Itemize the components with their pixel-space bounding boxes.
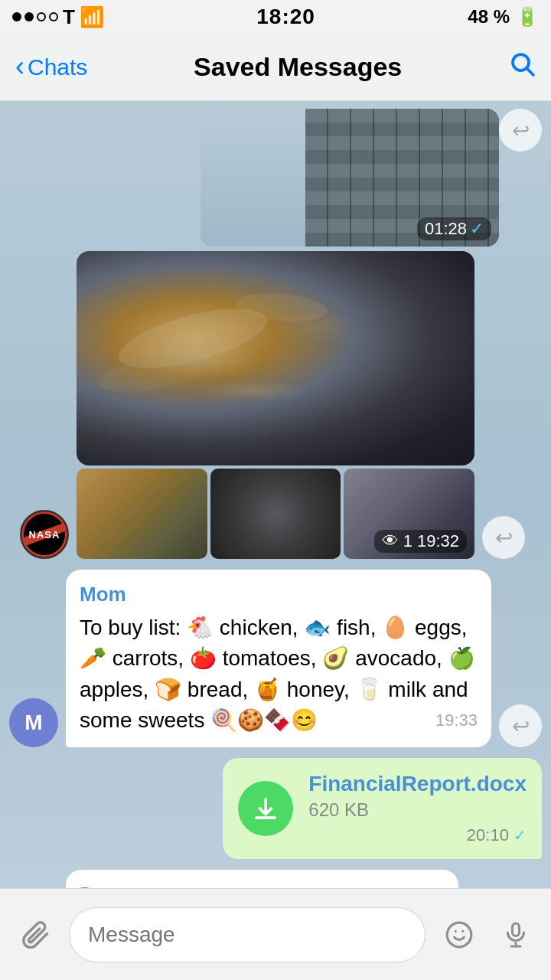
- image-meta-badge: 👁 1 19:32: [374, 530, 467, 553]
- jupiter-thumb-3[interactable]: 👁 1 19:32: [344, 469, 474, 559]
- nasa-text: NASA: [29, 529, 60, 541]
- file-info: FinancialReport.docx 620 KB 20:10 ✓: [308, 772, 527, 845]
- wifi-icon: 📶: [80, 5, 104, 29]
- back-label: Chats: [28, 54, 87, 80]
- chat-background: 01:28 ✓ ↩ NASA: [0, 101, 551, 980]
- image-time-badge: 01:28 ✓: [417, 217, 491, 240]
- file-bubble[interactable]: FinancialReport.docx 620 KB 20:10 ✓: [223, 758, 542, 859]
- msg-1-container: 01:28 ✓: [201, 109, 499, 247]
- input-bar: [0, 888, 551, 980]
- back-button[interactable]: ‹ Chats: [15, 52, 87, 83]
- status-time: 18:20: [256, 5, 315, 29]
- jupiter-thumb-1[interactable]: [77, 469, 207, 559]
- image-time: 01:28: [425, 219, 467, 239]
- forward-button-2[interactable]: ↩: [482, 516, 525, 559]
- jupiter-images-group: 👁 1 19:32: [77, 251, 474, 559]
- file-message-section: FinancialReport.docx 620 KB 20:10 ✓: [9, 758, 542, 859]
- file-row: FinancialReport.docx 620 KB 20:10 ✓: [9, 758, 542, 859]
- svg-line-1: [527, 69, 533, 75]
- forward-button-3[interactable]: ↩: [499, 704, 542, 747]
- nasa-avatar: NASA: [20, 510, 69, 559]
- view-count: 1: [403, 531, 412, 551]
- read-check-icon: ✓: [470, 219, 484, 239]
- status-left: T 📶: [12, 5, 104, 29]
- nasa-avatar-row: NASA 👁 1: [20, 251, 542, 559]
- nasa-logo: NASA: [21, 511, 67, 557]
- dot3: [37, 12, 46, 21]
- file-size: 620 KB: [308, 799, 527, 821]
- jupiter-main-image[interactable]: [77, 251, 474, 466]
- status-bar: T 📶 18:20 48 % 🔋: [0, 0, 551, 34]
- signal-dots: [12, 12, 58, 21]
- file-name: FinancialReport.docx: [308, 772, 527, 796]
- nav-bar: ‹ Chats Saved Messages: [0, 34, 551, 101]
- carrier-label: T: [63, 5, 75, 29]
- mom-message-section: M Mom To buy list: 🐔 chicken, 🐟 fish, 🥚 …: [9, 570, 542, 747]
- attach-button[interactable]: [12, 912, 58, 958]
- msg-1-row: 01:28 ✓ ↩: [9, 109, 542, 247]
- forward-button-1[interactable]: ↩: [499, 109, 542, 152]
- mom-sender-name: Mom: [80, 580, 478, 609]
- jupiter-thumb-2[interactable]: [210, 469, 341, 559]
- mom-avatar: M: [9, 698, 58, 747]
- jupiter-thumbnails: 👁 1 19:32: [77, 469, 474, 559]
- mom-bubble[interactable]: Mom To buy list: 🐔 chicken, 🐟 fish, 🥚 eg…: [66, 570, 491, 747]
- file-download-icon[interactable]: [238, 781, 293, 836]
- battery-icon: 🔋: [516, 6, 539, 28]
- svg-rect-6: [513, 923, 520, 936]
- message-input[interactable]: [69, 907, 425, 962]
- file-time: 20:10 ✓: [308, 825, 527, 845]
- search-button[interactable]: [508, 50, 536, 84]
- status-right: 48 % 🔋: [468, 6, 539, 28]
- mom-message-text: To buy list: 🐔 chicken, 🐟 fish, 🥚 eggs, …: [80, 616, 475, 733]
- file-time-text: 20:10: [467, 825, 509, 844]
- dot2: [24, 12, 34, 21]
- microphone-button[interactable]: [493, 912, 539, 958]
- svg-point-3: [447, 923, 471, 947]
- mom-row: M Mom To buy list: 🐔 chicken, 🐟 fish, 🥚 …: [9, 570, 542, 747]
- messages-list: 01:28 ✓ ↩ NASA: [0, 109, 551, 980]
- thumb-time: 19:32: [417, 531, 459, 551]
- mom-message-time: 19:33: [435, 708, 478, 733]
- mom-avatar-letter: M: [24, 710, 42, 735]
- eye-icon: 👁: [382, 531, 399, 551]
- building-image-message[interactable]: 01:28 ✓: [201, 109, 499, 247]
- dot1: [12, 12, 21, 21]
- file-read-check: ✓: [514, 827, 527, 844]
- dot4: [49, 12, 58, 21]
- chevron-left-icon: ‹: [15, 51, 24, 83]
- battery-label: 48 %: [468, 6, 510, 28]
- page-title: Saved Messages: [194, 52, 402, 82]
- sticker-button[interactable]: [436, 912, 482, 958]
- sky-area: [201, 109, 314, 247]
